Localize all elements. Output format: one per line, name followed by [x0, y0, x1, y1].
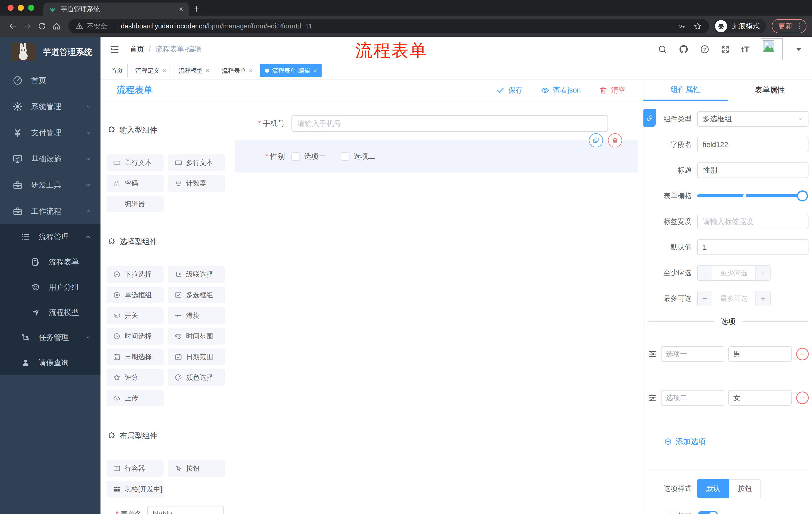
component-item-counter[interactable]: 计数器 — [168, 175, 225, 192]
add-option-button[interactable]: 添加选项 — [664, 423, 809, 460]
drag-handle-icon[interactable] — [647, 379, 657, 417]
option-2-value-input[interactable] — [728, 390, 792, 406]
security-label[interactable]: 不安全 — [87, 22, 107, 31]
sidebar-item-task-management[interactable]: 任务管理 — [0, 325, 100, 350]
canvas-toolbar: 保存 查看json 清空 — [231, 79, 643, 101]
phone-input[interactable] — [291, 115, 608, 132]
reload-button[interactable] — [35, 19, 49, 33]
properties-tabs: 组件属性 表单属性 — [643, 79, 812, 101]
min-select-label: 至少应选 — [647, 268, 692, 278]
browser-tab-strip: 芋道管理系统 × + — [0, 0, 812, 16]
component-type-select[interactable]: 多选框组 — [697, 111, 809, 127]
tag-close-icon[interactable]: × — [163, 67, 166, 74]
tag-close-icon[interactable]: × — [313, 67, 317, 74]
component-item-color-picker[interactable]: 颜色选择 — [168, 369, 225, 386]
form-name-label: 表单名 — [107, 506, 142, 514]
new-tab-button[interactable]: + — [189, 2, 204, 16]
sidebar-item-process-form[interactable]: 流程表单 — [0, 249, 100, 275]
sidebar-menu: 首页 系统管理 支付管理 基础设施 研发工具 — [0, 67, 100, 375]
tab-close-icon[interactable]: × — [179, 5, 183, 13]
label-width-input[interactable] — [697, 214, 809, 229]
tag-process-definition[interactable]: 流程定义 × — [130, 64, 171, 77]
tag-home[interactable]: 首页 — [106, 64, 127, 77]
plus-circle-icon — [664, 423, 672, 460]
url-bar[interactable]: 不安全 dashboard.yudao.iocoder.cn/bpm/manag… — [68, 19, 709, 33]
window-controls — [7, 5, 34, 11]
minimize-window-button[interactable] — [18, 5, 24, 11]
stepper-minus-button[interactable]: − — [698, 266, 712, 280]
options-divider: 选项 — [647, 316, 809, 327]
stepper-plus-button[interactable]: + — [755, 266, 770, 280]
component-item-password[interactable]: 密码 — [107, 175, 164, 192]
form-grid-slider[interactable] — [697, 194, 803, 197]
breadcrumb-home[interactable]: 首页 — [129, 44, 144, 54]
field-name-input[interactable] — [697, 137, 809, 153]
breadcrumb-separator: / — [149, 45, 151, 54]
min-select-value[interactable]: 至少应选 — [712, 266, 755, 280]
puzzle-icon — [108, 223, 116, 261]
remove-option-button[interactable]: − — [796, 391, 809, 404]
style-button-button[interactable]: 按钮 — [729, 479, 761, 498]
style-default-button[interactable]: 默认 — [697, 479, 729, 498]
gender-option-1[interactable]: 选项一 — [291, 152, 326, 161]
back-button[interactable] — [5, 19, 20, 33]
avatar[interactable] — [761, 38, 783, 60]
component-item-editor[interactable]: 编辑器 — [107, 196, 164, 212]
show-label-toggle[interactable] — [697, 511, 718, 514]
max-select-stepper: − 最多可选 + — [697, 291, 771, 306]
browser-tab[interactable]: 芋道管理系统 × — [43, 2, 189, 16]
slider-handle[interactable] — [797, 190, 808, 201]
max-select-value[interactable]: 最多可选 — [712, 291, 755, 306]
link-tag-button[interactable] — [643, 109, 656, 127]
link-chain-icon — [646, 99, 654, 137]
group-input-components: 输入型组件 — [107, 111, 225, 149]
properties-panel: 组件属性 表单属性 组件类型 多选框组 字段名 — [643, 79, 812, 514]
component-item-table[interactable]: 表格[开发中] — [107, 481, 164, 497]
components-panel-body: 输入型组件 单行文本 多行文本 密码 计数器 编辑器 选择型组件 下拉选 — [100, 101, 231, 514]
stepper-minus-button[interactable]: − — [698, 291, 712, 306]
breadcrumb: 首页 / 流程表单-编辑 — [129, 44, 202, 54]
canvas-body[interactable]: 手机号 性别 选项一 — [231, 101, 643, 514]
option-1-value-input[interactable] — [728, 346, 792, 362]
tab-component-props[interactable]: 组件属性 — [643, 79, 728, 101]
forward-button[interactable] — [20, 19, 35, 33]
font-size-icon[interactable]: tT — [741, 45, 750, 54]
slider-stop-marker — [743, 194, 747, 198]
tag-process-form[interactable]: 流程表单 × — [217, 64, 257, 77]
maximize-window-button[interactable] — [28, 5, 34, 11]
max-select-label: 最多可选 — [647, 294, 692, 303]
default-value-input[interactable] — [697, 239, 809, 255]
sidebar-item-user-group[interactable]: 用户分组 — [0, 275, 100, 300]
sidebar-item-leave-query[interactable]: 请假查询 — [0, 350, 100, 375]
option-1-label-input[interactable] — [661, 346, 724, 362]
drag-handle-icon[interactable] — [647, 335, 657, 373]
title-input[interactable] — [697, 162, 809, 178]
default-value-label: 默认值 — [647, 242, 692, 252]
broken-image-icon — [763, 40, 774, 52]
gender-option-2[interactable]: 选项二 — [341, 152, 375, 161]
checkbox-box[interactable] — [291, 152, 300, 161]
option-2-label-input[interactable] — [661, 390, 724, 406]
sidebar-item-process-management[interactable]: 流程管理 — [0, 224, 100, 249]
component-item-upload[interactable]: 上传 — [107, 390, 164, 406]
tags-view-bar: 首页 流程定义 × 流程模型 × 流程表单 × 流程表单-编辑 × — [100, 62, 812, 79]
show-label-label: 显示标签 — [647, 511, 692, 514]
breadcrumb-current: 流程表单-编辑 — [155, 44, 202, 54]
tag-process-form-edit[interactable]: 流程表单-编辑 × — [260, 64, 322, 77]
copy-component-button[interactable] — [589, 133, 603, 147]
form-name-input[interactable] — [147, 506, 224, 514]
canvas-field-phone[interactable]: 手机号 — [235, 111, 638, 136]
delete-component-button[interactable] — [608, 133, 622, 147]
canvas-field-gender-selected[interactable]: 性别 选项一 选项二 — [235, 140, 638, 172]
component-item-button[interactable]: 按钮 — [168, 460, 225, 477]
tab-form-props[interactable]: 表单属性 — [728, 79, 812, 101]
remove-option-button[interactable]: − — [796, 348, 809, 360]
tag-close-icon[interactable]: × — [206, 67, 209, 74]
close-window-button[interactable] — [7, 5, 13, 11]
url-divider — [114, 22, 114, 30]
stepper-plus-button[interactable]: + — [755, 291, 770, 306]
tag-close-icon[interactable]: × — [249, 67, 253, 74]
favicon-plant-icon — [49, 0, 56, 28]
tag-process-model[interactable]: 流程模型 × — [174, 64, 214, 77]
checkbox-box[interactable] — [341, 152, 349, 161]
